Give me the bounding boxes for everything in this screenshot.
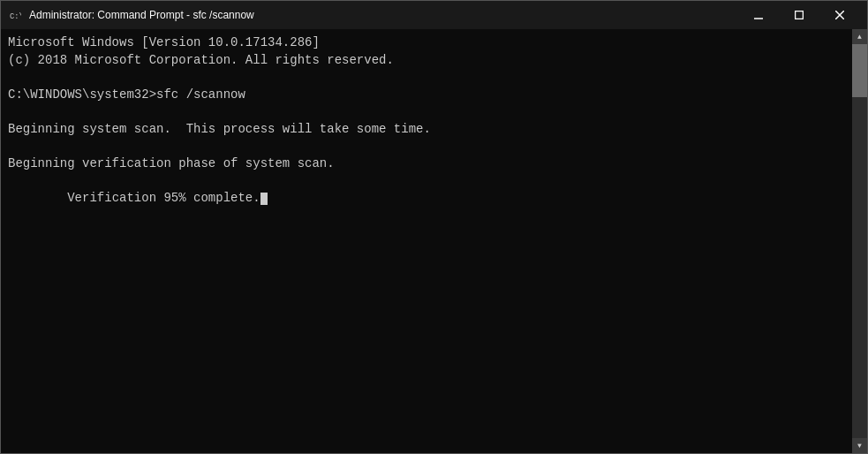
terminal-line: C:\WINDOWS\system32>sfc /scannow: [8, 87, 845, 104]
terminal-line: Microsoft Windows [Version 10.0.17134.28…: [8, 34, 845, 52]
terminal-line: [8, 103, 845, 121]
svg-text:C:\: C:\: [10, 12, 21, 21]
terminal-line: (c) 2018 Microsoft Corporation. All righ…: [8, 52, 845, 70]
scroll-track[interactable]: [852, 44, 867, 438]
cmd-window: C:\ Administrator: Command Prompt - sfc …: [0, 0, 868, 454]
scroll-down-arrow[interactable]: ▼: [852, 438, 867, 453]
terminal-line-cursor: Verification 95% complete.: [8, 173, 845, 225]
maximize-button[interactable]: [779, 1, 819, 29]
content-area: Microsoft Windows [Version 10.0.17134.28…: [1, 29, 867, 453]
terminal[interactable]: Microsoft Windows [Version 10.0.17134.28…: [1, 29, 852, 453]
terminal-line: Beginning system scan. This process will…: [8, 121, 845, 139]
cmd-icon: C:\: [8, 8, 22, 22]
scroll-up-arrow[interactable]: ▲: [852, 29, 867, 44]
title-bar-text: Administrator: Command Prompt - sfc /sca…: [29, 9, 738, 21]
scrollbar[interactable]: ▲ ▼: [852, 29, 867, 453]
cursor-block: [260, 193, 268, 205]
svg-rect-3: [796, 11, 804, 19]
title-bar-controls: [738, 1, 860, 29]
scroll-thumb[interactable]: [852, 44, 867, 97]
terminal-line: Beginning verification phase of system s…: [8, 155, 845, 173]
terminal-line: [8, 69, 845, 87]
close-button[interactable]: [819, 1, 860, 29]
minimize-button[interactable]: [738, 1, 779, 29]
title-bar: C:\ Administrator: Command Prompt - sfc …: [1, 1, 867, 29]
terminal-line: [8, 139, 845, 156]
